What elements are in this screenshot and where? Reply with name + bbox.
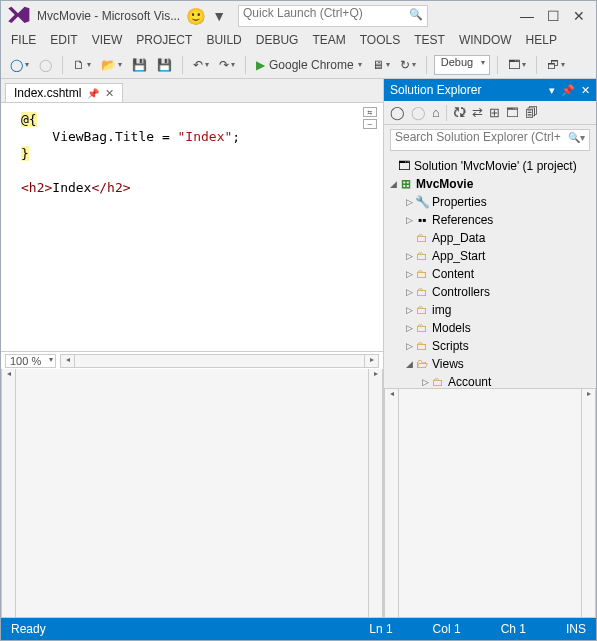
solution-root[interactable]: 🗔Solution 'MvcMovie' (1 project) bbox=[384, 157, 596, 175]
document-tab[interactable]: Index.cshtml 📌 ✕ bbox=[5, 83, 123, 102]
pin-window-icon[interactable]: 📌 bbox=[561, 84, 575, 97]
browser-link-button[interactable]: 🖥 bbox=[369, 54, 393, 76]
code-semi: ; bbox=[232, 129, 240, 144]
solution-explorer: Solution Explorer ▾ 📌 ✕ ◯ ◯ ⌂ 🗘 ⇄ ⊞ 🗔 🗐 … bbox=[384, 79, 596, 618]
pin-icon[interactable]: 📌 bbox=[87, 88, 99, 99]
close-window-icon[interactable]: ✕ bbox=[581, 84, 590, 97]
forward-icon[interactable]: ◯ bbox=[411, 105, 426, 120]
code-h2-open: <h2> bbox=[21, 180, 52, 195]
menu-tools[interactable]: TOOLS bbox=[360, 33, 400, 51]
controllers-folder[interactable]: ▷🗀Controllers bbox=[384, 283, 596, 301]
save-button[interactable]: 💾 bbox=[129, 54, 150, 76]
code-h2-close: </h2> bbox=[91, 180, 130, 195]
tab-title: Index.cshtml bbox=[14, 86, 81, 100]
status-col: Col 1 bbox=[433, 622, 461, 636]
configuration-dropdown[interactable]: Debug bbox=[434, 55, 490, 75]
menu-bar: FILE EDIT VIEW PROJECT BUILD DEBUG TEAM … bbox=[1, 31, 596, 51]
editor-bottom-scrollbar[interactable]: ◂▸ bbox=[1, 369, 383, 618]
back-icon[interactable]: ◯ bbox=[390, 105, 405, 120]
show-all-icon[interactable]: 🗐 bbox=[525, 105, 538, 120]
solution-toolbar: ◯ ◯ ⌂ 🗘 ⇄ ⊞ 🗔 🗐 bbox=[384, 101, 596, 125]
start-debug-button[interactable]: ▶ Google Chrome ▾ bbox=[253, 54, 365, 76]
collapse-icon[interactable]: ⊞ bbox=[489, 105, 500, 120]
app-start-folder[interactable]: ▷🗀App_Start bbox=[384, 247, 596, 265]
code-razor-at: @ bbox=[21, 112, 29, 127]
solution-tree: 🗔Solution 'MvcMovie' (1 project) ◢⊞MvcMo… bbox=[384, 155, 596, 388]
properties-icon[interactable]: 🗔 bbox=[506, 105, 519, 120]
status-ch: Ch 1 bbox=[501, 622, 526, 636]
references-node[interactable]: ▷▪▪References bbox=[384, 211, 596, 229]
project-node[interactable]: ◢⊞MvcMovie bbox=[384, 175, 596, 193]
code-editor[interactable]: ⇆— @{ ViewBag.Title = "Index"; } <h2>Ind… bbox=[1, 103, 383, 351]
open-file-button[interactable]: 📂 bbox=[98, 54, 125, 76]
refresh-icon[interactable]: ⇄ bbox=[472, 105, 483, 120]
minimize-button[interactable]: — bbox=[514, 5, 540, 27]
img-folder[interactable]: ▷🗀img bbox=[384, 301, 596, 319]
solution-explorer-title-bar[interactable]: Solution Explorer ▾ 📌 ✕ bbox=[384, 79, 596, 101]
code-string: "Index" bbox=[178, 129, 233, 144]
notifications-icon[interactable]: ▼ bbox=[212, 8, 226, 24]
new-project-button[interactable]: 🗋 bbox=[70, 54, 94, 76]
sync-icon[interactable]: 🗘 bbox=[453, 105, 466, 120]
code-viewbag: ViewBag.Title = bbox=[21, 129, 178, 144]
horizontal-scrollbar[interactable]: ◂▸ bbox=[60, 354, 379, 368]
menu-window[interactable]: WINDOW bbox=[459, 33, 512, 51]
menu-build[interactable]: BUILD bbox=[206, 33, 241, 51]
views-folder[interactable]: ◢🗁Views bbox=[384, 355, 596, 373]
content-folder[interactable]: ▷🗀Content bbox=[384, 265, 596, 283]
window-menu-icon[interactable]: ▾ bbox=[549, 84, 555, 97]
models-folder[interactable]: ▷🗀Models bbox=[384, 319, 596, 337]
undo-button[interactable]: ↶ bbox=[190, 54, 212, 76]
main-toolbar: ◯ ◯ 🗋 📂 💾 💾 ↶ ↷ ▶ Google Chrome ▾ 🖥 ↻ De… bbox=[1, 51, 596, 79]
code-h2-text: Index bbox=[52, 180, 91, 195]
nav-forward-button[interactable]: ◯ bbox=[36, 54, 55, 76]
editor-pane: Index.cshtml 📌 ✕ ⇆— @{ ViewBag.Title = "… bbox=[1, 79, 384, 618]
status-line: Ln 1 bbox=[369, 622, 392, 636]
solution-explorer-title: Solution Explorer bbox=[390, 83, 481, 97]
menu-file[interactable]: FILE bbox=[11, 33, 36, 51]
title-bar: MvcMovie - Microsoft Vis... 🙂 ▼ Quick La… bbox=[1, 1, 596, 31]
maximize-button[interactable]: ☐ bbox=[540, 5, 566, 27]
editor-footer: 100 % ◂▸ bbox=[1, 351, 383, 369]
app-data-folder[interactable]: 🗀App_Data bbox=[384, 229, 596, 247]
home-icon[interactable]: ⌂ bbox=[432, 105, 440, 120]
publish-button[interactable]: 🗔 bbox=[505, 54, 529, 76]
feedback-icon[interactable]: 🙂 bbox=[186, 7, 206, 26]
window-title: MvcMovie - Microsoft Vis... bbox=[37, 9, 180, 23]
menu-project[interactable]: PROJECT bbox=[136, 33, 192, 51]
close-button[interactable]: ✕ bbox=[566, 5, 592, 27]
code-brace-open: { bbox=[29, 112, 37, 127]
properties-node[interactable]: ▷🔧Properties bbox=[384, 193, 596, 211]
solution-search-input[interactable]: Search Solution Explorer (Ctrl+ bbox=[390, 129, 590, 151]
zoom-dropdown[interactable]: 100 % bbox=[5, 354, 56, 368]
solution-scrollbar[interactable]: ◂▸ bbox=[384, 388, 596, 619]
menu-edit[interactable]: EDIT bbox=[50, 33, 77, 51]
run-target-label: Google Chrome bbox=[269, 58, 354, 72]
editor-split-controls[interactable]: ⇆— bbox=[363, 107, 377, 129]
menu-view[interactable]: VIEW bbox=[92, 33, 123, 51]
menu-help[interactable]: HELP bbox=[526, 33, 557, 51]
status-bar: Ready Ln 1 Col 1 Ch 1 INS bbox=[1, 618, 596, 640]
refresh-button[interactable]: ↻ bbox=[397, 54, 419, 76]
extra-button[interactable]: 🗗 bbox=[544, 54, 568, 76]
scripts-folder[interactable]: ▷🗀Scripts bbox=[384, 337, 596, 355]
account-folder[interactable]: ▷🗀Account bbox=[384, 373, 596, 388]
vs-logo-icon bbox=[5, 5, 31, 27]
menu-team[interactable]: TEAM bbox=[312, 33, 345, 51]
code-brace-close: } bbox=[21, 146, 29, 161]
save-all-button[interactable]: 💾 bbox=[154, 54, 175, 76]
menu-debug[interactable]: DEBUG bbox=[256, 33, 299, 51]
nav-back-button[interactable]: ◯ bbox=[7, 54, 32, 76]
status-ready: Ready bbox=[11, 622, 46, 636]
document-tabstrip: Index.cshtml 📌 ✕ bbox=[1, 79, 383, 103]
quick-launch-input[interactable]: Quick Launch (Ctrl+Q) bbox=[238, 5, 428, 27]
redo-button[interactable]: ↷ bbox=[216, 54, 238, 76]
close-tab-icon[interactable]: ✕ bbox=[105, 87, 114, 100]
play-icon: ▶ bbox=[256, 58, 265, 72]
status-ins: INS bbox=[566, 622, 586, 636]
menu-test[interactable]: TEST bbox=[414, 33, 445, 51]
